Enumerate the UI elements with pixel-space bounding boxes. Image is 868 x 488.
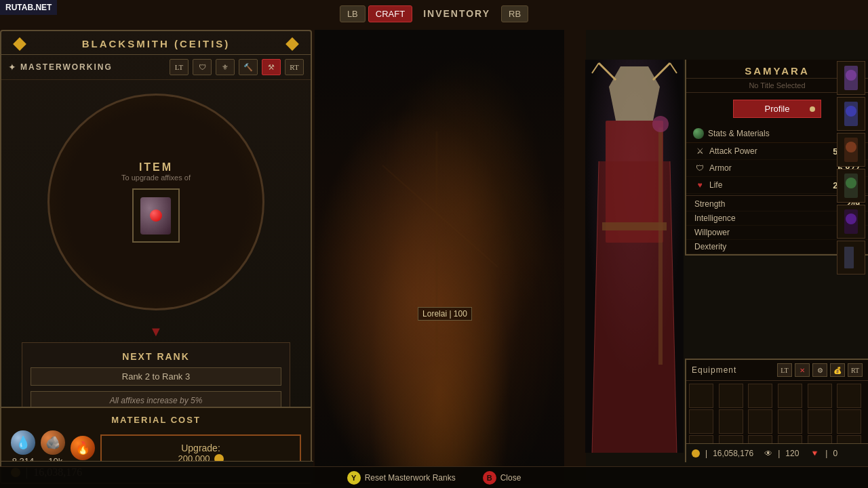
item-gem xyxy=(140,197,171,235)
svg-point-25 xyxy=(846,214,856,224)
profile-button[interactable]: Profile xyxy=(733,100,821,118)
circle-inner: ITEM To upgrade affixes of xyxy=(121,161,191,243)
equip-slot-2[interactable] xyxy=(719,384,743,408)
rank-box: Rank 2 to Rank 3 xyxy=(31,367,281,386)
equipment-buttons: LT ✕ ⚙ 💰 RT xyxy=(777,363,863,377)
item-sublabel: To upgrade affixes of xyxy=(121,174,191,182)
crest-icon-btn[interactable]: ⚜ xyxy=(216,59,235,75)
bottom-bar: Y Reset Masterwork Ranks B Close xyxy=(0,466,868,488)
equip-btn-rt[interactable]: RT xyxy=(848,363,863,377)
right-slot-5-gem xyxy=(837,205,865,238)
next-rank-title: NEXT RANK xyxy=(31,351,281,362)
armor-icon: 🛡 xyxy=(694,163,705,174)
right-essence-amount: 120 xyxy=(785,449,799,458)
right-slot-6[interactable] xyxy=(837,241,865,274)
upgrade-label: Upgrade: xyxy=(102,443,300,453)
svg-rect-13 xyxy=(602,222,667,230)
equip-btn-gold[interactable]: 💰 xyxy=(830,363,845,377)
center-panel: Lorelai | 100 xyxy=(315,30,564,484)
masterworking-icon: ✦ xyxy=(8,62,16,73)
stat-left-attack: ⚔ Attack Power xyxy=(694,146,757,157)
right-slot-1-gem xyxy=(837,62,865,94)
close-label: Close xyxy=(500,473,521,483)
equip-btn-lt[interactable]: LT xyxy=(777,363,792,377)
equip-slot-4[interactable] xyxy=(778,384,802,408)
right-slot-5[interactable] xyxy=(837,205,865,239)
material-icon-fire: 🔥 xyxy=(71,436,95,460)
char-figure xyxy=(585,60,684,453)
svg-rect-14 xyxy=(658,127,663,365)
right-gold-amount: 16,058,176 xyxy=(713,449,753,458)
equip-slot-3[interactable] xyxy=(748,384,772,408)
stat-left-life: ♥ Life xyxy=(694,180,722,190)
right-essence-separator: | xyxy=(778,449,780,458)
equip-slot-1[interactable] xyxy=(689,384,713,408)
right-gold-separator: | xyxy=(705,449,707,458)
svg-rect-0 xyxy=(315,30,564,484)
life-icon: ♥ xyxy=(694,180,705,190)
attr-name-willpower: Willpower xyxy=(694,228,730,237)
char-portrait-area xyxy=(585,60,684,453)
equip-slot-5[interactable] xyxy=(808,384,832,408)
right-slot-1[interactable] xyxy=(837,61,865,95)
panel-title: BLACKSMITH (CEITIS) xyxy=(82,38,231,49)
reset-key: Y xyxy=(347,471,361,485)
gold-icon-right xyxy=(692,449,700,458)
lt-button[interactable]: LT xyxy=(170,59,189,75)
right-gold-bar: | 16,058,176 👁 | 120 🔻 | 0 xyxy=(685,443,868,462)
inventory-tab[interactable]: INVENTORY xyxy=(415,8,498,19)
profile-label: Profile xyxy=(765,104,790,114)
arrow-down: ▼ xyxy=(1,324,311,340)
svg-point-21 xyxy=(846,142,856,152)
craft-tab[interactable]: CRAFT xyxy=(368,5,412,22)
equip-slot-11[interactable] xyxy=(808,409,832,434)
corner-gem-left xyxy=(13,37,26,51)
top-nav: LB CRAFT INVENTORY RB xyxy=(0,0,868,27)
right-panel: SAMYARA No Title Selected Profile Stats … xyxy=(586,30,868,484)
stat-name-armor: Armor xyxy=(709,163,732,173)
svg-point-15 xyxy=(652,116,669,132)
equip-slot-10[interactable] xyxy=(778,409,802,434)
nav-tabs: LB CRAFT INVENTORY RB xyxy=(340,5,528,22)
right-slot-6-gem xyxy=(837,241,865,274)
game-background xyxy=(315,30,564,484)
rb-button[interactable]: RB xyxy=(501,5,528,22)
reset-action[interactable]: Y Reset Masterwork Ranks xyxy=(347,471,456,485)
profile-dot-indicator xyxy=(810,106,815,112)
equip-btn-gear[interactable]: ⚙ xyxy=(812,363,827,377)
corner-gem-right xyxy=(285,37,299,51)
item-gem-inner xyxy=(150,209,162,222)
item-label: ITEM xyxy=(121,161,191,174)
masterworking-label: MASTERWORKING xyxy=(20,62,165,72)
right-slot-2[interactable] xyxy=(837,97,865,131)
lorelai-label: Lorelai | 100 xyxy=(418,307,472,321)
material-icon-orange: 🪨 xyxy=(41,430,65,455)
material-icon-blue: 💧 xyxy=(11,430,35,455)
equip-slot-9[interactable] xyxy=(748,409,772,434)
equip-btn-x[interactable]: ✕ xyxy=(795,363,810,377)
close-action[interactable]: B Close xyxy=(483,471,521,485)
lb-button[interactable]: LB xyxy=(340,5,366,22)
material-cost-title: MATERIAL COST xyxy=(11,415,301,425)
rt-button[interactable]: RT xyxy=(285,59,304,75)
item-slot[interactable] xyxy=(132,188,180,243)
equip-slot-8[interactable] xyxy=(719,409,743,434)
svg-point-17 xyxy=(846,70,856,81)
equipment-title: Equipment xyxy=(692,365,736,375)
right-slot-3-gem xyxy=(837,134,865,166)
stats-materials-icon xyxy=(693,128,704,139)
shield-icon-btn[interactable]: 🛡 xyxy=(193,59,212,75)
hammer-icon-btn[interactable]: 🔨 xyxy=(239,59,258,75)
svg-marker-10 xyxy=(592,161,677,453)
anvil-icon-btn[interactable]: ⚒ xyxy=(262,59,281,75)
left-panel: BLACKSMITH (CEITIS) ✦ MASTERWORKING LT 🛡… xyxy=(0,30,312,484)
equip-slot-6[interactable] xyxy=(837,384,861,408)
right-slot-3[interactable] xyxy=(837,133,865,167)
right-slot-4[interactable] xyxy=(837,169,865,203)
attr-name-strength: Strength xyxy=(694,199,725,209)
stat-left-armor: 🛡 Armor xyxy=(694,163,732,174)
attack-icon: ⚔ xyxy=(694,146,705,157)
equip-slot-12[interactable] xyxy=(837,409,861,434)
equip-slot-7[interactable] xyxy=(689,409,713,434)
attr-name-dexterity: Dexterity xyxy=(694,242,726,251)
